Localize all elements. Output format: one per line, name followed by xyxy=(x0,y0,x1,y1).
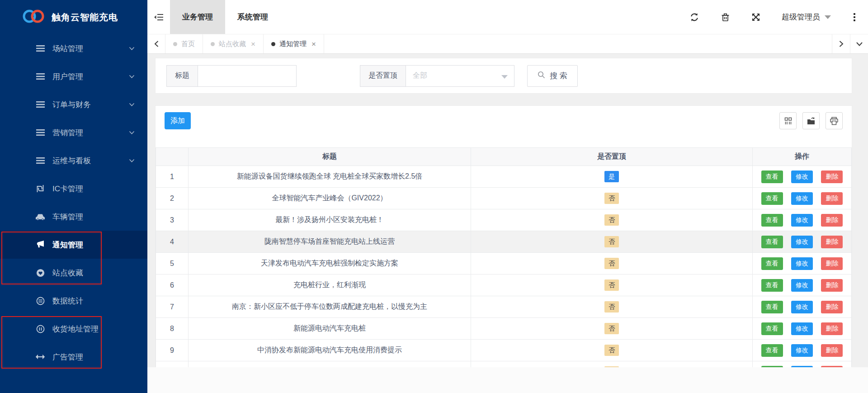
pinned-badge: 否 xyxy=(604,214,619,226)
export-icon[interactable] xyxy=(802,112,820,129)
row-index: 3 xyxy=(156,209,189,231)
delete-button[interactable]: 删除 xyxy=(821,344,843,357)
view-button[interactable]: 查看 xyxy=(761,214,783,227)
close-icon[interactable]: × xyxy=(251,40,255,48)
sidebar-item-orders-finance[interactable]: 订单与财务 xyxy=(0,90,147,118)
page-tab-site-favorites[interactable]: 站点收藏 × xyxy=(203,34,264,53)
sidebar-item-notice-management[interactable]: 通知管理 xyxy=(0,231,147,259)
table-row: 10 南宁市新能源汽车保有量突破10万辆 否 查看 修改 删除 xyxy=(156,361,852,368)
horizontal-arrows-icon xyxy=(35,352,45,361)
sidebar-item-station-management[interactable]: 场站管理 xyxy=(0,34,147,62)
fullscreen-icon[interactable] xyxy=(751,12,761,22)
tabs-scroll-right-icon[interactable] xyxy=(832,34,850,53)
nav-tab-system[interactable]: 系统管理 xyxy=(225,0,280,34)
print-icon[interactable] xyxy=(826,112,843,129)
edit-button[interactable]: 修改 xyxy=(791,344,813,357)
edit-button[interactable]: 修改 xyxy=(791,257,813,270)
menu-bars-icon xyxy=(35,100,45,109)
sidebar-item-user-management[interactable]: 用户管理 xyxy=(0,62,147,90)
table-row: 4 陇南智慧停车场首座智能充电站上线运营 否 查看 修改 删除 xyxy=(156,231,852,253)
sidebar-fold-icon[interactable] xyxy=(147,0,170,34)
pin-select[interactable]: 全部 xyxy=(406,65,514,87)
edit-button[interactable]: 修改 xyxy=(791,322,813,335)
view-button[interactable]: 查看 xyxy=(761,192,783,205)
delete-button[interactable]: 删除 xyxy=(821,214,843,227)
edit-button[interactable]: 修改 xyxy=(791,170,813,183)
delete-button[interactable]: 删除 xyxy=(821,279,843,292)
view-button[interactable]: 查看 xyxy=(761,279,783,292)
notice-table: 标题 是否置顶 操作 1 新能源设备国货继续领跑全球 充电桩全球买家数增长2.5… xyxy=(156,147,852,367)
search-button[interactable]: 搜 索 xyxy=(527,65,578,87)
edit-button[interactable]: 修改 xyxy=(791,192,813,205)
sidebar-item-ic-card[interactable]: IC卡管理 xyxy=(0,175,147,203)
chevron-down-icon xyxy=(129,131,135,135)
col-header-title: 标题 xyxy=(189,148,471,166)
delete-button[interactable]: 删除 xyxy=(821,301,843,313)
chevron-down-icon xyxy=(129,159,135,163)
close-icon[interactable]: × xyxy=(311,40,316,48)
tabs-scroll-left-icon[interactable] xyxy=(147,34,165,53)
pin-field-group: 是否置顶 全部 xyxy=(360,65,514,87)
view-button[interactable]: 查看 xyxy=(761,344,783,357)
edit-button[interactable]: 修改 xyxy=(791,214,813,227)
column-settings-icon[interactable] xyxy=(779,112,797,129)
delete-button[interactable]: 删除 xyxy=(821,192,843,205)
trash-icon[interactable] xyxy=(720,12,730,22)
nav-tab-business[interactable]: 业务管理 xyxy=(170,0,225,34)
view-button[interactable]: 查看 xyxy=(761,170,783,183)
view-button[interactable]: 查看 xyxy=(761,257,783,270)
nav-tab-label: 业务管理 xyxy=(182,12,213,22)
sidebar-item-site-favorites[interactable]: 站点收藏 xyxy=(0,259,147,287)
tab-dot xyxy=(271,42,275,46)
sidebar-item-label: 场站管理 xyxy=(52,43,83,54)
app-logo: 触角云智能充电 xyxy=(0,0,147,34)
delete-button[interactable]: 删除 xyxy=(821,322,843,335)
delete-button[interactable]: 删除 xyxy=(821,170,843,183)
table-row: 3 最新！涉及扬州小区安装充电桩！ 否 查看 修改 删除 xyxy=(156,209,852,231)
row-index: 7 xyxy=(156,296,189,318)
notice-table-panel: 添加 xyxy=(155,105,852,367)
delete-button[interactable]: 删除 xyxy=(821,236,843,248)
pinned-badge: 否 xyxy=(604,279,619,291)
sidebar-item-label: 通知管理 xyxy=(52,240,83,250)
row-index: 8 xyxy=(156,318,189,340)
page-tab-home[interactable]: 首页 xyxy=(165,34,203,53)
page-tab-notice-management[interactable]: 通知管理 × xyxy=(264,34,324,53)
add-button[interactable]: 添加 xyxy=(165,112,191,129)
menu-bars-icon xyxy=(35,72,45,81)
tabs-menu-chevron-icon[interactable] xyxy=(850,34,868,53)
sidebar-item-vehicle-management[interactable]: 车辆管理 xyxy=(0,203,147,231)
table-row: 6 充电桩行业，红利渐现 否 查看 修改 删除 xyxy=(156,275,852,296)
pin-select-value: 全部 xyxy=(413,71,427,80)
notice-title: 陇南智慧停车场首座智能充电站上线运营 xyxy=(189,231,471,253)
row-index: 5 xyxy=(156,253,189,275)
sidebar-item-ad-management[interactable]: 广告管理 xyxy=(0,343,147,371)
refresh-icon[interactable] xyxy=(689,12,699,22)
edit-button[interactable]: 修改 xyxy=(791,301,813,313)
sidebar-item-shipping-address[interactable]: 收货地址管理 xyxy=(0,315,147,343)
search-button-label: 搜 索 xyxy=(550,71,567,81)
chevron-down-icon xyxy=(129,47,135,51)
top-header: 业务管理 系统管理 超级管理员 xyxy=(147,0,868,34)
sidebar-item-ops-dashboard[interactable]: 运维与看板 xyxy=(0,147,147,175)
sidebar-item-marketing[interactable]: 营销管理 xyxy=(0,118,147,147)
view-button[interactable]: 查看 xyxy=(761,301,783,313)
page-tab-label: 通知管理 xyxy=(279,40,307,48)
edit-button[interactable]: 修改 xyxy=(791,279,813,292)
sidebar-item-data-statistics[interactable]: 数据统计 xyxy=(0,287,147,315)
notice-title: 充电桩行业，红利渐现 xyxy=(189,275,471,296)
view-button[interactable]: 查看 xyxy=(761,322,783,335)
table-header-row: 标题 是否置顶 操作 xyxy=(156,148,852,166)
view-button[interactable]: 查看 xyxy=(761,236,783,248)
user-menu[interactable]: 超级管理员 xyxy=(782,12,831,22)
search-panel: 标题 是否置顶 全部 搜 索 xyxy=(155,58,852,94)
pinned-badge: 是 xyxy=(604,171,619,182)
delete-button[interactable]: 删除 xyxy=(821,257,843,270)
kebab-menu-icon[interactable] xyxy=(852,11,857,23)
chevron-down-icon xyxy=(825,15,831,19)
title-field-label: 标题 xyxy=(166,65,198,87)
edit-button[interactable]: 修改 xyxy=(791,236,813,248)
title-input[interactable] xyxy=(198,65,297,87)
notice-title: 南宁市新能源汽车保有量突破10万辆 xyxy=(189,361,471,368)
user-name: 超级管理员 xyxy=(782,12,820,22)
